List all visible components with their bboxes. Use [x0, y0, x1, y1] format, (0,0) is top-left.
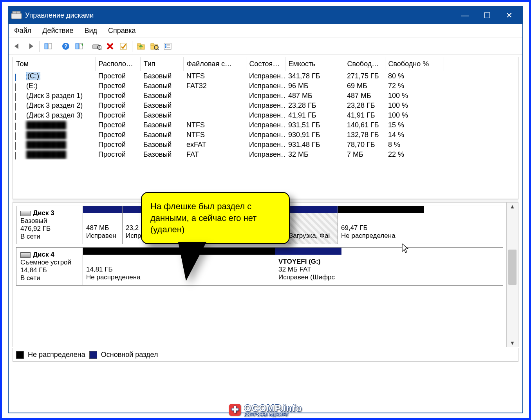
watermark: ✚ OCOMP.info ВОПРОСЫ АДМИНУ: [229, 403, 302, 417]
svg-rect-20: [165, 44, 166, 45]
svg-rect-2: [16, 11, 20, 14]
refresh-button[interactable]: [73, 40, 85, 52]
legend-unallocated: Не распределена: [28, 351, 85, 359]
disk-size: 14,84 ГБ: [20, 266, 79, 274]
svg-rect-22: [165, 47, 166, 48]
disk-kind: Базовый: [20, 217, 79, 225]
col-free[interactable]: Свобод…: [344, 57, 385, 71]
menubar: Файл Действие Вид Справка: [9, 24, 522, 38]
app-icon: [11, 11, 22, 20]
table-row[interactable]: ████████ПростойБазовыйNTFSИсправен…931,5…: [13, 120, 518, 130]
scrollbar-thumb[interactable]: [508, 250, 517, 285]
legend-swatch-primary: [89, 351, 97, 359]
svg-rect-3: [45, 43, 48, 49]
scan-disks-button[interactable]: [90, 40, 103, 52]
svg-rect-0: [11, 13, 22, 19]
maximize-button[interactable]: ☐: [476, 7, 498, 24]
volume-list: Том Располож… Тип Файловая с… Состояние …: [13, 57, 518, 199]
col-type[interactable]: Тип: [140, 57, 183, 71]
explore-button[interactable]: [135, 40, 147, 52]
table-row[interactable]: (Диск 3 раздел 1)ПростойБазовыйИсправен……: [13, 91, 518, 101]
legend-primary: Основной раздел: [101, 351, 158, 359]
svg-rect-4: [49, 43, 52, 49]
menu-file[interactable]: Файл: [14, 27, 31, 35]
col-fs[interactable]: Файловая с…: [183, 57, 246, 71]
disk-label: Диск 4 Съемное устрой 14,84 ГБ В сети: [16, 248, 83, 285]
svg-text:?: ?: [64, 43, 68, 49]
disk-size: 476,92 ГБ: [20, 225, 79, 233]
disk-icon: [20, 211, 31, 216]
col-status[interactable]: Состояние: [246, 57, 285, 71]
svg-rect-21: [165, 45, 166, 47]
disk-kind: Съемное устрой: [20, 259, 79, 266]
scroll-down-icon[interactable]: ▼: [507, 340, 518, 346]
close-button[interactable]: ✕: [498, 7, 520, 24]
vertical-scrollbar[interactable]: ▲ ▼: [506, 203, 518, 347]
disk-name: Диск 4: [33, 251, 54, 258]
menu-help[interactable]: Справка: [108, 27, 136, 35]
table-row[interactable]: (Диск 3 раздел 2)ПростойБазовыйИсправен……: [13, 101, 518, 110]
list-button[interactable]: [161, 40, 174, 52]
help-button[interactable]: ?: [60, 40, 72, 52]
menu-action[interactable]: Действие: [42, 27, 73, 35]
properties-button[interactable]: [117, 40, 130, 52]
mouse-cursor-icon: [401, 243, 409, 255]
disk-label: Диск 3 Базовый 476,92 ГБ В сети: [16, 206, 83, 244]
legend-swatch-unallocated: [16, 351, 24, 359]
legend: Не распределена Основной раздел: [13, 348, 518, 362]
disk-name: Диск 3: [33, 209, 54, 217]
scroll-up-icon[interactable]: ▲: [507, 203, 518, 210]
delete-button[interactable]: [104, 40, 116, 52]
svg-rect-7: [76, 43, 79, 49]
table-row[interactable]: (E:)ПростойБазовыйFAT32Исправен…96 МБ69 …: [13, 81, 518, 91]
col-capacity[interactable]: Емкость: [285, 57, 344, 71]
partition[interactable]: 69,47 ГБНе распределена: [338, 206, 424, 244]
disk-status: В сети: [20, 274, 79, 282]
svg-rect-1: [13, 11, 16, 14]
partition[interactable]: 487 МБИсправен: [83, 206, 122, 244]
table-row[interactable]: ████████ПростойБазовыйexFATИсправен…931,…: [13, 140, 518, 150]
svg-rect-14: [137, 43, 141, 45]
open-button[interactable]: [148, 40, 161, 52]
col-layout[interactable]: Располож…: [95, 57, 140, 71]
table-row[interactable]: (Диск 3 раздел 3)ПростойБазовыйИсправен……: [13, 110, 518, 120]
partition[interactable]: VTOYEFI (G:)32 МБ FATИсправен (Шифрс: [275, 248, 341, 285]
show-hide-console-button[interactable]: [42, 40, 54, 52]
minimize-button[interactable]: ―: [454, 7, 476, 24]
window-title: Управление дисками: [25, 11, 454, 20]
table-row[interactable]: ████████ПростойБазовыйNTFSИсправен…930,9…: [13, 130, 518, 140]
disk-icon: [20, 252, 31, 258]
callout-text: На флешке был раздел с данными, а сейчас…: [150, 201, 256, 234]
svg-line-11: [101, 49, 101, 50]
menu-view[interactable]: Вид: [84, 27, 97, 35]
toolbar: ?: [9, 38, 522, 54]
svg-rect-9: [92, 45, 99, 49]
annotation-callout: На флешке был раздел с данными, а сейчас…: [141, 192, 290, 244]
col-freepct[interactable]: Свободно %: [385, 57, 444, 71]
col-volume[interactable]: Том: [13, 57, 95, 71]
svg-rect-16: [151, 43, 154, 45]
watermark-icon: ✚: [229, 404, 241, 416]
watermark-text: OCOMP.info: [244, 403, 302, 413]
svg-line-18: [157, 49, 159, 50]
table-row[interactable]: ████████ПростойБазовыйFATИсправен…32 МБ7…: [13, 150, 518, 159]
titlebar: Управление дисками ― ☐ ✕: [9, 7, 522, 24]
disk-status: В сети: [20, 233, 79, 241]
disk-row-4[interactable]: Диск 4 Съемное устрой 14,84 ГБ В сети 14…: [16, 247, 503, 286]
forward-button[interactable]: [24, 40, 37, 52]
table-row[interactable]: (C:)ПростойБазовыйNTFSИсправен…341,78 ГБ…: [13, 71, 518, 81]
back-button[interactable]: [11, 40, 23, 52]
